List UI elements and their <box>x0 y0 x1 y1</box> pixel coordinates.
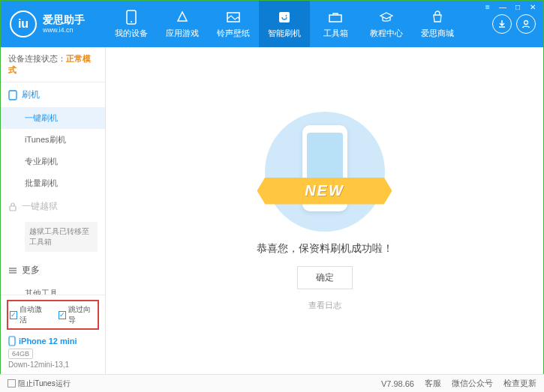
maximize-icon[interactable]: □ <box>511 1 524 12</box>
apps-icon <box>175 10 190 25</box>
nav-apps-games[interactable]: 应用游戏 <box>157 1 208 47</box>
device-block[interactable]: iPhone 12 mini 64GB Down-12mini-13,1 <box>7 334 99 370</box>
sidebar-item-pro-flash[interactable]: 专业刷机 <box>1 151 105 172</box>
phone-small-icon <box>8 90 17 100</box>
app-url: www.i4.cn <box>43 26 85 34</box>
download-button[interactable] <box>492 14 512 34</box>
checkbox-icon: ✓ <box>10 311 17 319</box>
more-icon <box>8 266 17 275</box>
success-message: 恭喜您，保资料刷机成功啦！ <box>257 242 393 256</box>
status-label: 设备连接状态： <box>8 54 66 63</box>
nav-label: 我的设备 <box>115 28 148 39</box>
svg-rect-7 <box>10 206 16 211</box>
success-illustration: NEW <box>265 112 385 232</box>
jailbreak-note: 越狱工具已转移至工具箱 <box>25 222 98 252</box>
nav-label: 智能刷机 <box>268 28 301 39</box>
main-content: NEW 恭喜您，保资料刷机成功啦！ 确定 查看日志 <box>106 47 543 375</box>
nav-label: 爱思商城 <box>421 28 454 39</box>
wechat-link[interactable]: 微信公众号 <box>452 378 493 389</box>
sidebar-jailbreak-head[interactable]: 一键越狱 <box>1 194 105 219</box>
nav-label: 铃声壁纸 <box>217 28 250 39</box>
lock-icon <box>8 202 17 212</box>
svg-point-5 <box>524 21 528 25</box>
checkbox-label: 阻止iTunes运行 <box>18 379 71 389</box>
sidebar-item-oneclick-flash[interactable]: 一键刷机 <box>1 107 105 129</box>
sidebar-flash-head[interactable]: 刷机 <box>1 82 105 107</box>
checkbox-icon <box>8 379 16 388</box>
top-nav: 我的设备 应用游戏 铃声壁纸 智能刷机 工具箱 教程中心 爱思商城 <box>106 1 492 47</box>
ok-button[interactable]: 确定 <box>297 266 353 289</box>
minimize-icon[interactable]: — <box>496 1 509 12</box>
window-controls: ≡ — □ ✕ <box>481 1 539 12</box>
checkbox-row-highlighted: ✓自动激活 ✓跳过向导 <box>7 300 99 330</box>
phone-icon <box>124 10 139 25</box>
store-icon <box>430 10 445 25</box>
nav-my-device[interactable]: 我的设备 <box>106 1 157 47</box>
checkbox-icon: ✓ <box>59 311 66 319</box>
svg-rect-4 <box>329 15 341 22</box>
app-name: 爱思助手 <box>43 13 85 26</box>
nav-store[interactable]: 爱思商城 <box>412 1 463 47</box>
svg-rect-8 <box>9 337 15 346</box>
close-icon[interactable]: ✕ <box>526 1 539 12</box>
nav-label: 教程中心 <box>370 28 403 39</box>
graduation-icon <box>379 10 394 25</box>
svg-point-1 <box>131 21 132 22</box>
checkbox-skip-guide[interactable]: ✓跳过向导 <box>59 304 97 325</box>
flash-icon <box>277 10 292 25</box>
device-storage: 64GB <box>8 349 33 359</box>
header-right <box>492 14 543 34</box>
sidebar-head-label: 更多 <box>22 264 40 277</box>
logo-icon: iu <box>10 10 37 37</box>
checkbox-block-itunes[interactable]: 阻止iTunes运行 <box>8 379 71 389</box>
svg-rect-6 <box>9 91 17 100</box>
sidebar-head-label: 刷机 <box>22 88 40 101</box>
nav-label: 工具箱 <box>323 28 348 39</box>
sidebar-more-head[interactable]: 更多 <box>1 258 105 283</box>
menu-icon[interactable]: ≡ <box>481 1 494 12</box>
header: iu 爱思助手 www.i4.cn 我的设备 应用游戏 铃声壁纸 智能刷机 工具… <box>1 1 543 47</box>
sidebar-bottom: ✓自动激活 ✓跳过向导 iPhone 12 mini 64GB Down-12m… <box>1 295 105 375</box>
device-icon <box>8 336 16 346</box>
sidebar-item-itunes-flash[interactable]: iTunes刷机 <box>1 129 105 151</box>
footer: 阻止iTunes运行 V7.98.66 客服 微信公众号 检查更新 <box>0 374 544 392</box>
new-ribbon: NEW <box>257 178 392 205</box>
update-link[interactable]: 检查更新 <box>503 378 536 389</box>
svg-rect-3 <box>279 12 290 22</box>
view-log-link[interactable]: 查看日志 <box>308 300 341 311</box>
sidebar-item-other-tools[interactable]: 其他工具 <box>1 283 105 295</box>
nav-tutorials[interactable]: 教程中心 <box>361 1 412 47</box>
version-label: V7.98.66 <box>381 379 414 388</box>
nav-label: 应用游戏 <box>166 28 199 39</box>
service-link[interactable]: 客服 <box>425 378 441 389</box>
nav-toolbox[interactable]: 工具箱 <box>310 1 361 47</box>
checkbox-label: 自动激活 <box>20 304 47 325</box>
sidebar-head-label: 一键越狱 <box>22 200 58 213</box>
checkbox-label: 跳过向导 <box>68 304 96 325</box>
nav-ringtones[interactable]: 铃声壁纸 <box>208 1 259 47</box>
logo-area: iu 爱思助手 www.i4.cn <box>1 10 106 37</box>
toolbox-icon <box>328 10 343 25</box>
device-model: Down-12mini-13,1 <box>8 361 98 369</box>
checkbox-auto-activate[interactable]: ✓自动激活 <box>10 304 48 325</box>
device-name: iPhone 12 mini <box>19 337 77 346</box>
device-status: 设备连接状态：正常模式 <box>1 47 105 82</box>
sidebar: 设备连接状态：正常模式 刷机 一键刷机 iTunes刷机 专业刷机 批量刷机 一… <box>1 47 106 375</box>
sidebar-item-batch-flash[interactable]: 批量刷机 <box>1 172 105 194</box>
nav-smart-flash[interactable]: 智能刷机 <box>259 1 310 47</box>
wallpaper-icon <box>226 10 241 25</box>
user-button[interactable] <box>516 14 536 34</box>
